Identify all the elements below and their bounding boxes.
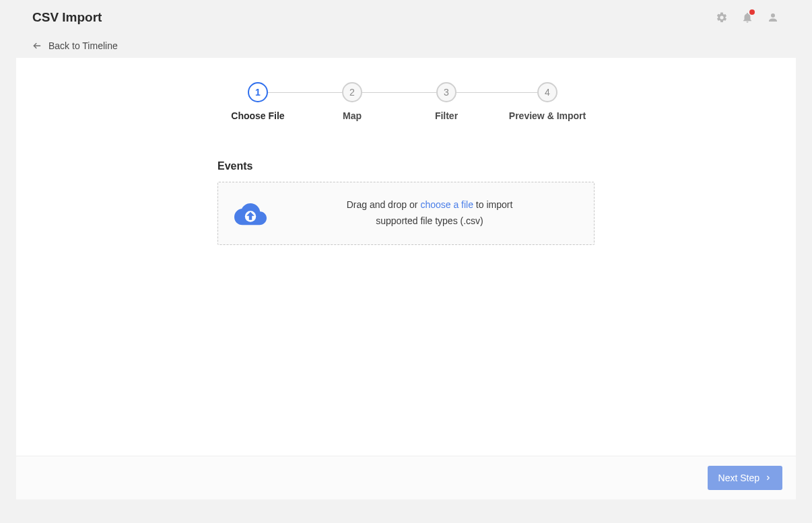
step-number: 2 [342,82,362,102]
step-label: Choose File [231,110,284,121]
section-title-events: Events [217,160,595,172]
step-choose-file[interactable]: 1 Choose File [217,82,298,121]
step-preview-import[interactable]: 4 Preview & Import [500,82,595,121]
chevron-right-icon [765,475,772,481]
dropzone-supported: supported file types (.csv) [376,215,483,226]
back-to-timeline-link[interactable]: Back to Timeline [48,40,118,51]
step-label: Filter [435,110,458,121]
next-step-label: Next Step [718,473,759,483]
bell-icon[interactable] [741,11,754,24]
user-icon[interactable] [766,11,780,24]
card-footer: Next Step [16,456,796,499]
step-number: 4 [537,82,557,102]
dropzone-text: Drag and drop or choose a file to import… [281,197,578,230]
page-title: CSV Import [32,10,102,25]
step-label: Preview & Import [509,110,586,121]
choose-file-link[interactable]: choose a file [420,199,473,210]
dropzone-suffix: to import [473,199,512,210]
next-step-button[interactable]: Next Step [708,466,782,490]
step-label: Map [343,110,362,121]
notification-dot [749,9,755,15]
step-number: 3 [436,82,456,102]
gear-icon[interactable] [715,11,729,24]
import-card: 1 Choose File 2 Map 3 Filter 4 Preview &… [16,58,796,499]
cloud-upload-icon [234,200,267,227]
step-filter[interactable]: 3 Filter [406,82,487,121]
dropzone-prefix: Drag and drop or [347,199,421,210]
file-dropzone[interactable]: Drag and drop or choose a file to import… [217,182,595,245]
step-map[interactable]: 2 Map [312,82,393,121]
step-number: 1 [248,82,268,102]
arrow-left-icon[interactable] [32,41,42,50]
stepper: 1 Choose File 2 Map 3 Filter 4 Preview &… [217,82,595,121]
